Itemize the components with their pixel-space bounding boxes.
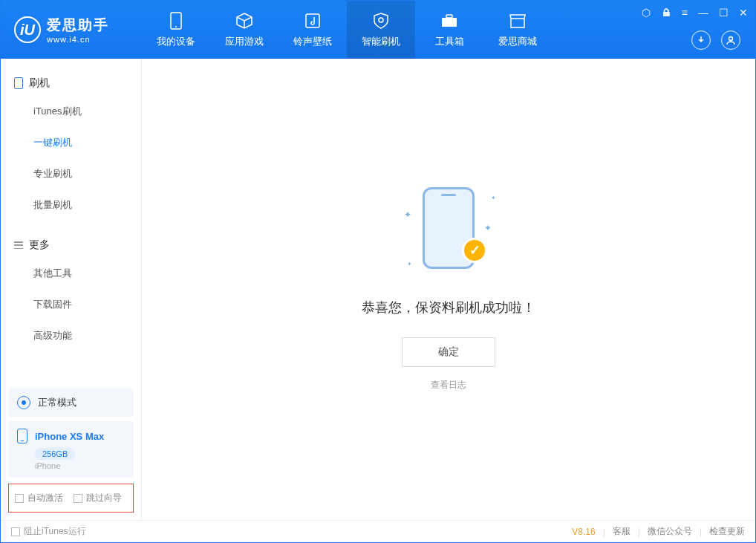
- checkbox-block-itunes[interactable]: 阻止iTunes运行: [11, 525, 86, 538]
- app-name: 爱思助手: [47, 16, 109, 35]
- success-illustration: ✦✦ ✦✦ ✓: [404, 187, 493, 276]
- toolbox-icon: [440, 11, 459, 30]
- nav-tab-store[interactable]: 爱思商城: [483, 1, 552, 59]
- nav-tab-toolbox[interactable]: 工具箱: [415, 1, 483, 59]
- list-icon: [14, 241, 23, 249]
- sidebar-item-batch-flash[interactable]: 批量刷机: [1, 189, 141, 221]
- phone-outline-icon: [14, 77, 23, 89]
- window-controls: ⬡ 🔒︎ ≡ — ☐ ✕: [642, 7, 748, 19]
- svg-rect-5: [446, 15, 452, 18]
- nav-tabs: 我的设备 应用游戏 铃声壁纸 智能刷机 工具箱 爱思商城: [142, 1, 552, 59]
- download-button[interactable]: [691, 30, 711, 50]
- svg-point-1: [175, 26, 177, 27]
- logo-icon: iU: [14, 16, 41, 43]
- logo-area: iU 爱思助手 www.i4.cn: [1, 16, 142, 44]
- close-icon[interactable]: ✕: [739, 7, 748, 19]
- ok-button[interactable]: 确定: [402, 337, 495, 367]
- footer: 阻止iTunes运行 V8.16 | 客服 | 微信公众号 | 检查更新: [1, 520, 755, 542]
- footer-link-support[interactable]: 客服: [613, 525, 630, 538]
- nav-tab-flash[interactable]: 智能刷机: [347, 1, 415, 59]
- main-content: ✦✦ ✦✦ ✓ 恭喜您，保资料刷机成功啦！ 确定 查看日志: [142, 59, 755, 520]
- app-url: www.i4.cn: [47, 35, 109, 44]
- shield-icon: [371, 11, 391, 30]
- checkbox-icon: [11, 527, 20, 536]
- phone-icon: [17, 429, 27, 443]
- success-message: 恭喜您，保资料刷机成功啦！: [362, 299, 535, 316]
- shirt-icon[interactable]: ⬡: [642, 7, 651, 19]
- device-type: iPhone: [35, 461, 125, 470]
- checkbox-skip-guide[interactable]: 跳过向导: [74, 492, 122, 504]
- device-name: iPhone XS Max: [35, 431, 104, 442]
- footer-link-update[interactable]: 检查更新: [709, 525, 745, 538]
- checkbox-row: 自动激活 跳过向导: [8, 484, 134, 513]
- device-box[interactable]: iPhone XS Max 256GB iPhone: [8, 421, 134, 478]
- lock-icon[interactable]: 🔒︎: [661, 7, 671, 19]
- header-circle-buttons: [691, 30, 740, 50]
- sidebar-section-flash: 刷机: [1, 71, 141, 96]
- cube-icon: [235, 11, 254, 30]
- mode-box[interactable]: 正常模式: [8, 388, 134, 417]
- header: iU 爱思助手 www.i4.cn 我的设备 应用游戏 铃声壁纸 智能刷机 工具…: [1, 1, 755, 59]
- sidebar-item-advanced[interactable]: 高级功能: [1, 320, 141, 351]
- version-label: V8.16: [572, 527, 595, 537]
- sidebar-item-oneclick-flash[interactable]: 一键刷机: [1, 127, 141, 158]
- sidebar-item-itunes-flash[interactable]: iTunes刷机: [1, 96, 141, 127]
- minimize-icon[interactable]: —: [698, 7, 708, 19]
- menu-icon[interactable]: ≡: [682, 7, 688, 19]
- svg-rect-4: [442, 18, 457, 27]
- checkbox-icon: [74, 494, 82, 503]
- store-icon: [508, 11, 527, 30]
- sidebar-item-other-tools[interactable]: 其他工具: [1, 258, 141, 289]
- sidebar-section-more: 更多: [1, 233, 141, 258]
- nav-tab-apps[interactable]: 应用游戏: [210, 1, 278, 59]
- nav-tab-my-device[interactable]: 我的设备: [142, 1, 210, 59]
- device-icon: [166, 11, 186, 30]
- checkbox-icon: [15, 494, 24, 503]
- checkbox-auto-activate[interactable]: 自动激活: [15, 492, 63, 504]
- sidebar-item-pro-flash[interactable]: 专业刷机: [1, 158, 141, 189]
- mode-label: 正常模式: [38, 396, 76, 409]
- device-capacity: 256GB: [35, 448, 75, 460]
- checkmark-badge-icon: ✓: [462, 238, 487, 263]
- mode-dot-icon: [17, 396, 30, 409]
- sidebar-item-download-firmware[interactable]: 下载固件: [1, 289, 141, 320]
- svg-point-6: [729, 37, 733, 41]
- maximize-icon[interactable]: ☐: [719, 7, 729, 19]
- svg-rect-2: [306, 14, 319, 27]
- nav-tab-ringtones[interactable]: 铃声壁纸: [278, 1, 347, 59]
- svg-point-3: [379, 18, 383, 22]
- footer-link-wechat[interactable]: 微信公众号: [648, 525, 692, 538]
- music-icon: [303, 11, 322, 30]
- sidebar: 刷机 iTunes刷机 一键刷机 专业刷机 批量刷机 更多 其他工具 下载固件 …: [1, 59, 142, 520]
- view-log-link[interactable]: 查看日志: [431, 379, 466, 391]
- user-button[interactable]: [721, 30, 740, 50]
